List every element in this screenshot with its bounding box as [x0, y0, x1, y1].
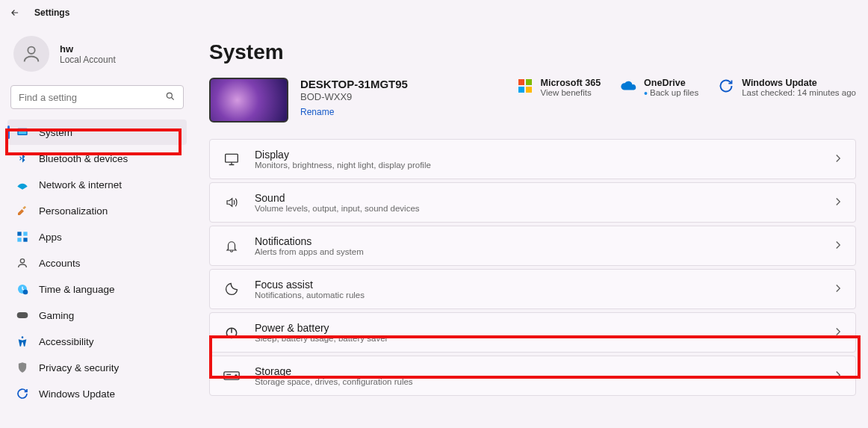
focus-icon — [223, 282, 240, 297]
svg-rect-17 — [526, 87, 532, 93]
setting-card-sound[interactable]: SoundVolume levels, output, input, sound… — [209, 182, 856, 223]
tile-title: Microsoft 365 — [541, 78, 601, 88]
setting-card-power[interactable]: Power & batterySleep, battery usage, bat… — [209, 312, 856, 353]
device-model: BOD-WXX9 — [300, 91, 408, 102]
chevron-right-icon — [834, 326, 842, 338]
nav-label: Apps — [39, 232, 62, 243]
tile-title: OneDrive — [644, 78, 698, 88]
svg-rect-14 — [518, 79, 524, 85]
svg-point-1 — [167, 93, 172, 98]
sidebar-item-apps[interactable]: Apps — [7, 224, 187, 249]
chevron-right-icon — [834, 370, 842, 382]
device-name: DESKTOP-31MGT95 — [300, 78, 408, 90]
setting-card-storage[interactable]: StorageStorage space, drives, configurat… — [209, 356, 856, 396]
svg-point-21 — [235, 375, 237, 376]
sidebar-item-accounts[interactable]: Accounts — [7, 250, 187, 276]
nav-label: Windows Update — [39, 388, 115, 400]
sidebar-item-gaming[interactable]: Gaming — [7, 303, 187, 328]
tile-sub: View benefits — [541, 88, 601, 97]
rename-link[interactable]: Rename — [300, 107, 408, 117]
search-input[interactable] — [19, 92, 165, 103]
avatar-icon — [13, 36, 49, 72]
sidebar-item-time[interactable]: Time & language — [7, 276, 187, 302]
onedrive-icon — [620, 78, 636, 94]
svg-rect-15 — [526, 79, 532, 85]
sidebar-item-network[interactable]: Network & internet — [7, 172, 187, 197]
card-title: Storage — [255, 365, 834, 377]
hero-row: DESKTOP-31MGT95 BOD-WXX9 Rename Microsof… — [209, 78, 856, 122]
svg-rect-5 — [17, 232, 21, 235]
tile-onedrive[interactable]: OneDrive •Back up files — [620, 78, 698, 97]
sidebar-item-bluetooth[interactable]: Bluetooth & devices — [7, 146, 187, 171]
card-sub: Storage space, drives, configuration rul… — [255, 377, 834, 386]
update-icon — [16, 388, 28, 400]
page-title: System — [209, 40, 856, 64]
svg-rect-3 — [19, 129, 27, 134]
nav-label: Time & language — [39, 284, 115, 295]
search-icon — [165, 91, 176, 104]
chevron-right-icon — [834, 283, 842, 295]
sidebar-item-update[interactable]: Windows Update — [7, 381, 187, 406]
svg-point-13 — [22, 336, 24, 338]
svg-rect-16 — [518, 87, 524, 93]
tile-sub: Last checked: 14 minutes ago — [742, 88, 856, 97]
user-name: hw — [60, 43, 116, 55]
card-title: Power & battery — [255, 322, 834, 334]
back-arrow-icon[interactable] — [9, 7, 21, 19]
user-account-type: Local Account — [60, 55, 116, 65]
card-sub: Volume levels, output, input, sound devi… — [255, 204, 834, 213]
svg-rect-4 — [22, 206, 26, 210]
sidebar-item-privacy[interactable]: Privacy & security — [7, 355, 187, 380]
svg-point-11 — [23, 290, 28, 295]
setting-card-focus[interactable]: Focus assistNotifications, automatic rul… — [209, 269, 856, 309]
card-sub: Notifications, automatic rules — [255, 291, 834, 300]
sidebar-item-accessibility[interactable]: Accessibility — [7, 329, 187, 354]
card-sub: Alerts from apps and system — [255, 247, 834, 256]
card-sub: Sleep, battery usage, battery saver — [255, 334, 834, 343]
app-title: Settings — [34, 7, 69, 18]
bluetooth-icon — [16, 152, 28, 164]
apps-icon — [16, 231, 28, 243]
svg-point-0 — [28, 47, 34, 54]
tile-sub: •Back up files — [644, 88, 698, 97]
nav-label: Accessibility — [39, 336, 94, 347]
svg-rect-7 — [17, 238, 21, 241]
nav-label: Privacy & security — [39, 362, 119, 373]
tile-ms365[interactable]: Microsoft 365 View benefits — [517, 78, 601, 97]
card-title: Display — [255, 149, 834, 161]
setting-card-notifications[interactable]: NotificationsAlerts from apps and system — [209, 226, 856, 266]
sidebar-item-system[interactable]: System — [7, 120, 187, 145]
power-icon — [223, 325, 240, 340]
setting-card-display[interactable]: DisplayMonitors, brightness, night light… — [209, 139, 856, 179]
tile-windows-update[interactable]: Windows Update Last checked: 14 minutes … — [718, 78, 856, 97]
time-icon — [16, 283, 28, 295]
card-title: Notifications — [255, 235, 834, 247]
nav-label: Network & internet — [39, 179, 122, 190]
device-image — [209, 78, 288, 122]
update-icon — [718, 78, 734, 94]
sidebar: hw Local Account SystemBluetooth & devic… — [0, 25, 194, 428]
privacy-icon — [16, 362, 28, 373]
nav-label: System — [39, 127, 72, 138]
personalization-icon — [16, 205, 28, 217]
nav-list: SystemBluetooth & devicesNetwork & inter… — [7, 120, 187, 406]
titlebar: Settings — [0, 0, 868, 25]
device-block: DESKTOP-31MGT95 BOD-WXX9 Rename — [209, 78, 408, 122]
search-box[interactable] — [10, 85, 184, 109]
card-title: Focus assist — [255, 279, 834, 291]
quick-tiles: Microsoft 365 View benefits OneDrive •Ba… — [517, 78, 857, 97]
sidebar-item-personalization[interactable]: Personalization — [7, 198, 187, 223]
svg-point-9 — [20, 259, 24, 263]
gaming-icon — [16, 309, 28, 321]
user-block[interactable]: hw Local Account — [7, 31, 187, 82]
nav-label: Bluetooth & devices — [39, 153, 128, 164]
svg-rect-12 — [17, 312, 28, 318]
system-icon — [16, 126, 28, 138]
tile-title: Windows Update — [742, 78, 856, 88]
settings-list: DisplayMonitors, brightness, night light… — [209, 139, 856, 396]
card-sub: Monitors, brightness, night light, displ… — [255, 161, 834, 170]
sound-icon — [223, 196, 240, 209]
svg-rect-18 — [226, 154, 238, 162]
accounts-icon — [16, 257, 28, 269]
accessibility-icon — [16, 335, 28, 347]
